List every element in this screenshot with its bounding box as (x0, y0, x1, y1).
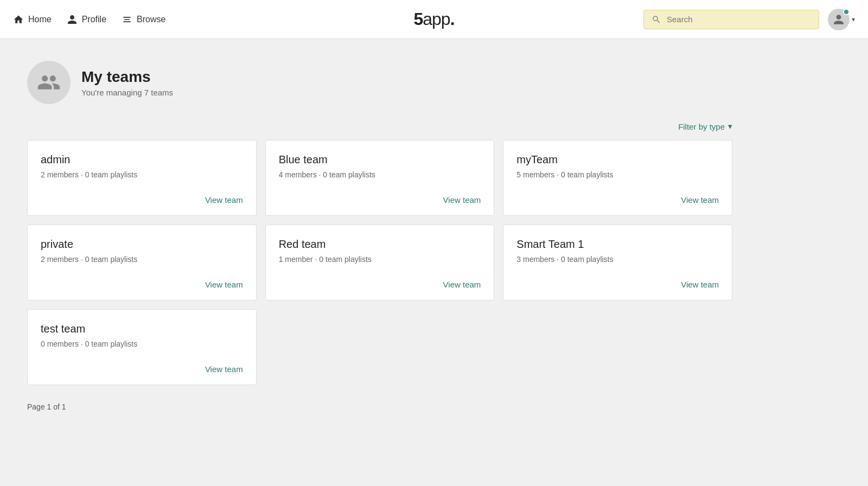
search-icon (652, 15, 661, 24)
team-name: test team (41, 323, 243, 335)
team-name: Red team (279, 238, 481, 251)
page-header: My teams You're managing 7 teams (27, 61, 732, 104)
nav-browse[interactable]: Browse (122, 14, 165, 25)
team-meta: 5 members · 0 team playlists (516, 170, 719, 179)
teams-grid: admin 2 members · 0 team playlists View … (27, 140, 732, 385)
search-input[interactable] (667, 15, 811, 24)
nav-left: Home Profile Browse (13, 14, 165, 25)
team-meta: 2 members · 0 team playlists (41, 255, 243, 264)
filter-chevron-icon: ▾ (728, 122, 732, 131)
teams-avatar (27, 61, 71, 104)
filter-bar: Filter by type ▾ (27, 122, 732, 131)
team-card: Red team 1 member · 0 team playlists Vie… (265, 225, 495, 300)
profile-icon (67, 14, 78, 25)
team-card: test team 0 members · 0 team playlists V… (27, 309, 257, 385)
nav-profile[interactable]: Profile (67, 14, 106, 25)
team-card: myTeam 5 members · 0 team playlists View… (503, 140, 732, 216)
filter-button[interactable]: Filter by type ▾ (678, 122, 732, 131)
teams-icon (37, 71, 61, 94)
user-menu[interactable]: ▾ (828, 9, 855, 30)
view-team-link[interactable]: View team (443, 195, 481, 204)
pagination: Page 1 of 1 (27, 402, 732, 411)
team-meta: 2 members · 0 team playlists (41, 170, 243, 179)
team-card: private 2 members · 0 team playlists Vie… (27, 225, 257, 300)
team-name: Blue team (279, 154, 481, 166)
team-meta: 4 members · 0 team playlists (279, 170, 481, 179)
pagination-text: Page 1 of 1 (27, 402, 66, 411)
team-meta: 1 member · 0 team playlists (279, 255, 481, 264)
team-meta: 3 members · 0 team playlists (516, 255, 719, 264)
home-icon (13, 14, 24, 25)
app-logo: 5app. (413, 9, 454, 29)
page-content: My teams You're managing 7 teams Filter … (0, 39, 760, 433)
nav-home[interactable]: Home (13, 14, 52, 25)
team-card: Blue team 4 members · 0 team playlists V… (265, 140, 495, 216)
search-box[interactable] (643, 10, 819, 29)
page-title: My teams (81, 68, 173, 86)
nav-browse-label: Browse (137, 15, 165, 24)
team-name: private (41, 238, 243, 251)
team-name: admin (41, 154, 243, 166)
view-team-link[interactable]: View team (681, 195, 719, 204)
page-title-group: My teams You're managing 7 teams (81, 68, 173, 97)
nav-home-label: Home (28, 15, 52, 24)
nav-profile-label: Profile (82, 15, 106, 24)
view-team-link[interactable]: View team (205, 364, 243, 374)
team-name: Smart Team 1 (516, 238, 719, 251)
view-team-link[interactable]: View team (443, 280, 481, 289)
team-card: Smart Team 1 3 members · 0 team playlist… (503, 225, 732, 300)
navbar: Home Profile Browse 5app. (0, 0, 868, 39)
view-team-link[interactable]: View team (681, 280, 719, 289)
view-team-link[interactable]: View team (205, 280, 243, 289)
page-subtitle: You're managing 7 teams (81, 88, 173, 97)
filter-label: Filter by type (678, 122, 725, 131)
team-meta: 0 members · 0 team playlists (41, 340, 243, 348)
online-badge (843, 9, 850, 15)
team-name: myTeam (516, 154, 719, 166)
team-card: admin 2 members · 0 team playlists View … (27, 140, 257, 216)
chevron-down-icon: ▾ (852, 16, 855, 23)
nav-right: ▾ (643, 9, 855, 30)
view-team-link[interactable]: View team (205, 195, 243, 204)
browse-icon (122, 14, 132, 25)
avatar[interactable] (828, 9, 850, 30)
user-icon (833, 14, 845, 25)
